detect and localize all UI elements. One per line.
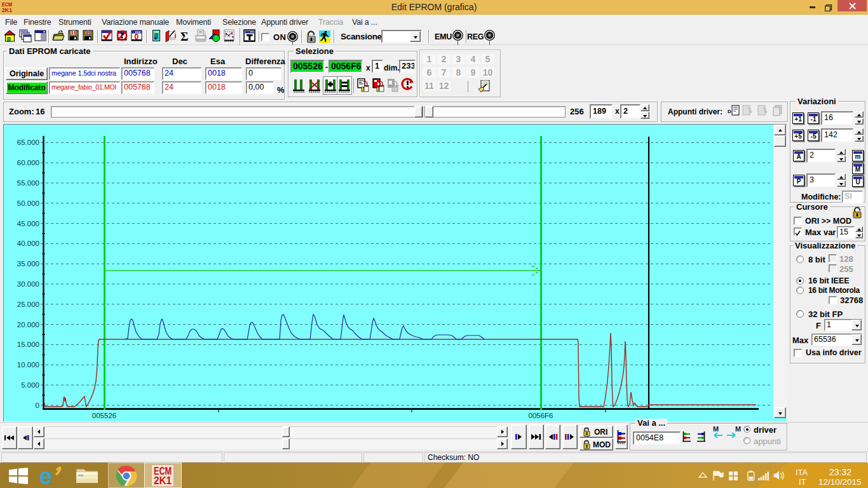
svg-text:60.000: 60.000 xyxy=(17,159,39,166)
svg-text:ORI: ORI xyxy=(594,428,607,437)
svg-text:0056F6: 0056F6 xyxy=(528,412,553,419)
svg-text:25.000: 25.000 xyxy=(17,301,39,308)
svg-text:MOD: MOD xyxy=(593,440,611,449)
svg-text:65.000: 65.000 xyxy=(17,139,39,146)
svg-text:45.000: 45.000 xyxy=(17,220,39,227)
svg-text:40.000: 40.000 xyxy=(17,240,39,247)
svg-text:50.000: 50.000 xyxy=(17,200,39,207)
svg-text:15.000: 15.000 xyxy=(17,341,39,348)
svg-text:10.000: 10.000 xyxy=(17,361,39,369)
svg-text:D: D xyxy=(728,109,731,114)
svg-text:0: 0 xyxy=(36,402,39,409)
svg-text:Σ: Σ xyxy=(180,30,188,43)
svg-text:30.000: 30.000 xyxy=(17,280,39,288)
svg-text:e: e xyxy=(39,464,53,488)
svg-text:55.000: 55.000 xyxy=(17,179,39,187)
svg-text:005526: 005526 xyxy=(92,412,116,419)
svg-text:0: 0 xyxy=(135,32,139,41)
svg-text:35.000: 35.000 xyxy=(17,260,39,268)
svg-text:20.000: 20.000 xyxy=(17,321,39,329)
svg-text:5.000: 5.000 xyxy=(21,381,39,389)
svg-text:2K1: 2K1 xyxy=(154,475,172,485)
